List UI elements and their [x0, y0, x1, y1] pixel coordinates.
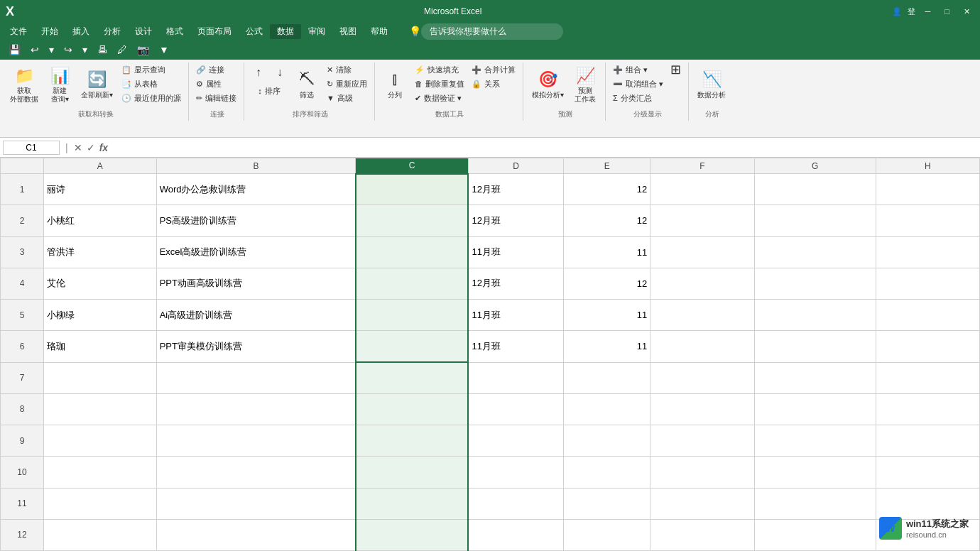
merge-calc-button[interactable]: ➕合并计算 — [469, 62, 518, 77]
cell[interactable] — [650, 519, 754, 550]
simulate-button[interactable]: 🎯 模拟分析▾ — [528, 62, 568, 108]
cell[interactable] — [44, 457, 157, 488]
cell[interactable] — [156, 425, 356, 457]
cell[interactable] — [156, 393, 356, 425]
cell[interactable]: 12 — [564, 174, 650, 205]
cell[interactable] — [356, 236, 469, 268]
customize-qa-button[interactable]: ▼ — [156, 43, 172, 57]
cell[interactable] — [876, 205, 979, 236]
cell[interactable]: 12月班 — [468, 205, 563, 236]
cell[interactable] — [468, 393, 563, 425]
cell[interactable] — [44, 362, 157, 393]
cell[interactable] — [564, 457, 650, 488]
cell[interactable]: 小柳绿 — [44, 300, 157, 331]
cell[interactable] — [650, 205, 754, 236]
menu-insert[interactable]: 插入 — [65, 24, 97, 39]
col-header-e[interactable]: E — [564, 158, 650, 174]
menu-review[interactable]: 审阅 — [301, 24, 332, 39]
cell[interactable] — [564, 393, 650, 425]
cell[interactable]: PPT动画高级训练营 — [156, 268, 356, 299]
cell[interactable]: Excel高级进阶训练营 — [156, 236, 356, 268]
menu-data[interactable]: 数据 — [270, 24, 301, 39]
cell[interactable]: PS高级进阶训练营 — [156, 205, 356, 236]
minimize-icon[interactable]: ─ — [921, 7, 935, 16]
cell[interactable] — [44, 519, 157, 550]
cell[interactable] — [44, 393, 157, 425]
col-header-a[interactable]: A — [44, 158, 157, 174]
cell[interactable] — [650, 174, 754, 205]
cell[interactable]: 12月班 — [468, 174, 563, 205]
cell[interactable] — [650, 425, 754, 457]
cell[interactable]: 12 — [564, 268, 650, 299]
data-analysis-button[interactable]: 📉 数据分析 — [693, 62, 730, 108]
cell[interactable] — [356, 425, 469, 457]
cell[interactable]: 11月班 — [468, 300, 563, 331]
cell[interactable] — [564, 425, 650, 457]
cell[interactable] — [356, 205, 469, 236]
undo-button[interactable]: ↩ — [28, 43, 42, 57]
undo-dropdown[interactable]: ▾ — [46, 43, 57, 57]
cell-reference-input[interactable] — [3, 141, 60, 155]
cell[interactable] — [754, 519, 876, 550]
cell[interactable] — [356, 519, 469, 550]
cell[interactable] — [356, 457, 469, 488]
properties-button[interactable]: ⚙属性 — [193, 77, 239, 91]
cell[interactable] — [754, 300, 876, 331]
cell[interactable] — [650, 268, 754, 299]
cell[interactable] — [356, 393, 469, 425]
cell[interactable] — [754, 205, 876, 236]
cell[interactable] — [44, 425, 157, 457]
cell[interactable] — [650, 362, 754, 393]
cell[interactable] — [650, 300, 754, 331]
print-button[interactable]: 🖶 — [94, 43, 110, 57]
cell[interactable] — [754, 425, 876, 457]
cell[interactable]: 11月班 — [468, 236, 563, 268]
cell[interactable]: 12月班 — [468, 268, 563, 299]
cell[interactable]: 11 — [564, 331, 650, 362]
relationship-button[interactable]: 🔒关系 — [469, 77, 518, 91]
cell[interactable] — [356, 174, 469, 205]
login-text[interactable]: 登 — [908, 6, 915, 17]
cancel-formula-icon[interactable]: ✕ — [74, 142, 82, 153]
forecast-button[interactable]: 📈 预测工作表 — [570, 62, 601, 108]
menu-format[interactable]: 格式 — [159, 24, 190, 39]
get-external-data-button[interactable]: 📁 获取外部数据 — [6, 62, 43, 108]
redo-button[interactable]: ↪ — [61, 43, 75, 57]
cell[interactable] — [564, 519, 650, 550]
cell[interactable]: 11月班 — [468, 331, 563, 362]
cell[interactable] — [156, 362, 356, 393]
cell[interactable] — [876, 488, 979, 519]
search-bar[interactable]: 告诉我你想要做什么 — [421, 23, 563, 40]
cell[interactable] — [876, 300, 979, 331]
cell[interactable] — [564, 362, 650, 393]
col-header-h[interactable]: H — [876, 158, 979, 174]
cell[interactable]: Ai高级进阶训练营 — [156, 300, 356, 331]
connect-button[interactable]: 🔗连接 — [193, 62, 239, 77]
cell[interactable] — [650, 488, 754, 519]
cell[interactable]: 12 — [564, 205, 650, 236]
cell[interactable]: 丽诗 — [44, 174, 157, 205]
cell[interactable] — [754, 268, 876, 299]
close-icon[interactable]: ✕ — [959, 7, 974, 16]
cell[interactable]: 11 — [564, 236, 650, 268]
col-header-c[interactable]: C — [356, 158, 469, 174]
cell[interactable] — [468, 488, 563, 519]
cell[interactable] — [44, 488, 157, 519]
cell[interactable] — [468, 425, 563, 457]
cell[interactable] — [754, 488, 876, 519]
cell[interactable] — [876, 425, 979, 457]
cell[interactable] — [754, 457, 876, 488]
col-header-b[interactable]: B — [156, 158, 356, 174]
split-cols-button[interactable]: ⫿ 分列 — [379, 62, 410, 108]
maximize-icon[interactable]: □ — [940, 7, 954, 16]
from-table-button[interactable]: 📑从表格 — [119, 77, 184, 91]
menu-analyze[interactable]: 分析 — [97, 24, 128, 39]
cell[interactable] — [754, 331, 876, 362]
cell[interactable] — [876, 393, 979, 425]
cell[interactable] — [876, 362, 979, 393]
cell[interactable] — [754, 362, 876, 393]
expand-button[interactable]: ⊞ — [668, 62, 684, 77]
subtotal-button[interactable]: Σ分类汇总 — [610, 91, 666, 105]
cell[interactable] — [650, 457, 754, 488]
cell[interactable]: 小桃红 — [44, 205, 157, 236]
